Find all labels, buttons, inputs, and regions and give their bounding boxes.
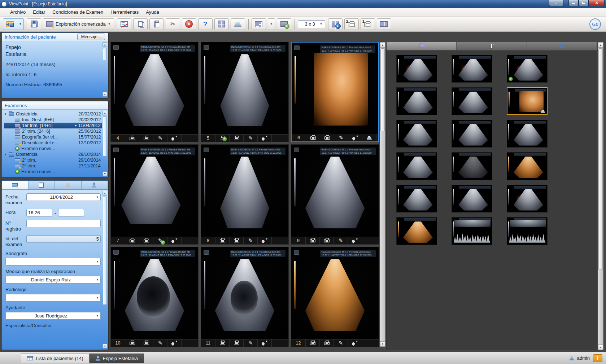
scrollbar-thumb[interactable]: [103, 197, 107, 305]
scroll-down-icon[interactable]: ▼: [103, 344, 107, 348]
image-action-button[interactable]: [334, 237, 348, 244]
menu-item[interactable]: Condiciones de Examen: [49, 8, 107, 16]
exam-tree-item[interactable]: 2º trim. 29/10/2014: [4, 157, 102, 163]
menu-item[interactable]: Ayuda: [142, 8, 163, 16]
ultrasound-image[interactable]: RAB4-8-D/OB/Gbl. MI 1.1 Prenatal-Medicin…: [291, 145, 379, 237]
thumbnail[interactable]: [507, 120, 548, 148]
image-action-button[interactable]: [320, 237, 334, 244]
image-action-button[interactable]: [306, 339, 320, 347]
message-button[interactable]: Mensaje...: [77, 34, 105, 40]
exam-status-dropdown[interactable]: ★ Exploración comenzada ▼: [43, 18, 114, 30]
back-to-list-dropdown-arrow[interactable]: ▼: [17, 18, 24, 30]
layout-dropdown-arrow[interactable]: ▼: [268, 18, 275, 30]
image-tile[interactable]: RAB4-8-D/OB/Gbl. MI 1.1 Prenatal-Medicin…: [201, 247, 289, 347]
alert-button[interactable]: !: [593, 354, 602, 362]
image-action-button[interactable]: [139, 237, 153, 244]
exam-date-select[interactable]: 11/04/2012 ▼: [26, 193, 101, 201]
sonographer-select[interactable]: ▼: [5, 258, 101, 266]
menu-item[interactable]: Herramientas: [107, 8, 142, 16]
scrollbar-thumb[interactable]: [103, 48, 107, 60]
back-to-list-save-button[interactable]: [3, 18, 17, 30]
image-action-button[interactable]: [230, 339, 244, 347]
current-patient-tab[interactable]: Espejo Estefania: [90, 354, 144, 363]
image-action-button[interactable]: [125, 237, 139, 244]
window-restore-button[interactable]: [579, 0, 589, 6]
image-action-button[interactable]: [230, 135, 244, 142]
image-action-button[interactable]: [348, 134, 362, 141]
image-action-button[interactable]: [215, 237, 230, 244]
print-one-button[interactable]: 1: [361, 18, 375, 30]
window-resize-button[interactable]: ↔: [549, 0, 563, 6]
scroll-up-icon[interactable]: ▲: [598, 42, 603, 48]
scrollbar-thumb[interactable]: [103, 117, 107, 156]
thumbnail[interactable]: [396, 152, 437, 180]
thumbnail[interactable]: [507, 55, 548, 83]
thumbnail[interactable]: [452, 55, 492, 83]
image-action-button[interactable]: [348, 237, 362, 244]
image-tile[interactable]: RAB4-8-D/OB/Gbl. MI 1.1 Prenatal-Medicin…: [291, 144, 379, 245]
compare-images-button[interactable]: [377, 18, 391, 30]
patient-panel-scrollbar[interactable]: ▲ ▼: [103, 42, 107, 97]
tab-thumbnails[interactable]: [387, 42, 457, 50]
image-action-button[interactable]: [230, 237, 244, 244]
image-action-button[interactable]: [153, 237, 167, 244]
image-action-button[interactable]: [125, 339, 139, 347]
image-action-button[interactable]: [348, 339, 362, 347]
image-action-button[interactable]: [139, 339, 153, 347]
image-action-button[interactable]: [258, 339, 272, 347]
tab-exam-staff[interactable]: [82, 181, 108, 189]
layout-button[interactable]: [252, 18, 266, 30]
paste-button[interactable]: [149, 18, 164, 30]
image-action-button[interactable]: [153, 339, 167, 347]
assistant-select[interactable]: Jose Rodriguez ▼: [5, 312, 101, 320]
exam-time-end-input[interactable]: [58, 209, 84, 216]
exam-tree-item[interactable]: Examen nuevo...: [4, 146, 102, 152]
ultrasound-image[interactable]: RAB4-8-D/OB/Gbl. MI 1.1 Prenatal-Medicin…: [111, 247, 198, 339]
image-action-button[interactable]: [167, 135, 182, 142]
window-close-button[interactable]: ×: [589, 0, 605, 6]
scroll-down-icon[interactable]: ▼: [598, 345, 603, 350]
thumbnail[interactable]: [396, 87, 437, 115]
image-action-button[interactable]: [306, 134, 320, 141]
ultrasound-image[interactable]: RAB4-8-D/OB/Gbl. MI 1.1 Prenatal-Medicin…: [201, 42, 288, 134]
image-action-button[interactable]: [334, 134, 348, 141]
ultrasound-image[interactable]: RAB4-8-D/OB/Gbl. MI 1.1 Prenatal-Medicin…: [291, 247, 379, 339]
exam-tree-item[interactable]: Desenlace del e... 12/10/2012: [4, 140, 102, 146]
exam-tree-item[interactable]: Examen nuevo...: [4, 169, 102, 175]
exam-tree-item[interactable]: Ecografía 3er tri... 15/07/2012: [4, 134, 102, 140]
patient-list-tab[interactable]: Lista de pacientes (14): [21, 354, 90, 363]
image-tile[interactable]: RAB4-8-D/OB/Gbl. MI 1.1 Prenatal-Medicin…: [201, 144, 289, 245]
radiologist-select[interactable]: ▼: [5, 294, 101, 302]
scroll-up-icon[interactable]: ▲: [380, 42, 385, 48]
image-action-button[interactable]: [244, 135, 258, 142]
image-overview-button[interactable]: [214, 18, 229, 30]
ultrasound-image[interactable]: RAB4-8-D/OB/Gbl. MI 1.1 Prenatal-Medicin…: [201, 145, 288, 237]
menu-item[interactable]: Archivo: [6, 8, 29, 16]
exam-time-start-input[interactable]: [26, 209, 52, 216]
image-tile[interactable]: RAB4-8-D/OB/Gbl. MI 1.1 Prenatal-Medicin…: [201, 42, 289, 142]
thumbnail[interactable]: [507, 185, 548, 212]
image-action-button[interactable]: [320, 134, 334, 141]
scroll-up-icon[interactable]: ▲: [103, 191, 107, 196]
image-action-button[interactable]: [306, 237, 320, 244]
image-action-button[interactable]: [125, 135, 139, 142]
tab-exam-report[interactable]: [29, 181, 55, 189]
image-action-button[interactable]: [215, 339, 230, 347]
cut-button[interactable]: ✂: [166, 18, 180, 30]
thumbnail[interactable]: [452, 152, 492, 180]
ultrasound-image[interactable]: RAB4-8-D/OB/Gbl. MI 1.1 Prenatal-Medicin…: [292, 43, 378, 134]
exam-tree-item[interactable]: ▼ Obstetricia 20/02/2012: [4, 111, 102, 117]
thumbnail[interactable]: [507, 152, 548, 180]
thumbnail[interactable]: [396, 55, 437, 83]
exam-tree-item[interactable]: 2º trim. 27/11/2014: [4, 163, 102, 169]
scroll-up-icon[interactable]: ▲: [103, 111, 107, 115]
scroll-up-icon[interactable]: ▲: [103, 42, 107, 47]
thumbnail[interactable]: [507, 87, 548, 115]
exams-panel-scrollbar[interactable]: ▲ ▼: [103, 111, 107, 176]
registry-number-input[interactable]: [26, 220, 101, 227]
exam-tree-item[interactable]: 2º trim. [24+6] 25/06/2012: [4, 128, 102, 134]
image-action-button[interactable]: [167, 237, 182, 244]
thumbnail[interactable]: [396, 120, 437, 148]
image-action-button[interactable]: [244, 339, 258, 347]
thumbnail[interactable]: [452, 120, 492, 148]
